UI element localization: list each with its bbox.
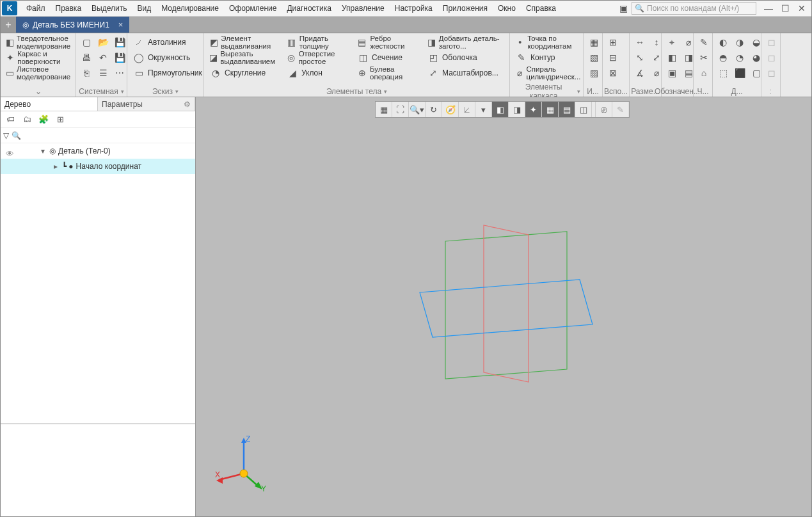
boolean-button[interactable]: ⊕Булева операция — [354, 65, 423, 81]
document-tab-active[interactable]: ◎ Деталь БЕЗ ИМЕНИ1 × — [16, 17, 129, 33]
rib-button[interactable]: ▤Ребро жесткости — [354, 35, 423, 50]
g1-icon2[interactable]: ▧ — [586, 50, 601, 65]
mode-expand-icon[interactable]: ⌄ — [35, 87, 42, 96]
g6-i7[interactable]: ⬚ — [715, 65, 731, 81]
visibility-icon[interactable]: 👁 — [6, 149, 14, 159]
g6-i8[interactable]: ⬛ — [732, 65, 747, 81]
redo-icon[interactable]: 💾 — [112, 50, 127, 65]
open-file-icon[interactable]: 📂 — [95, 35, 111, 50]
autoline-button[interactable]: ⟋Автолиния — [130, 35, 205, 50]
mode-wire[interactable]: ✦Каркас и поверхности — [3, 50, 73, 65]
spiral-button[interactable]: ⌀Спираль цилиндрическ... — [513, 65, 587, 81]
g1-icon3[interactable]: ▨ — [586, 65, 601, 81]
g2-icon1[interactable]: ⊞ — [605, 35, 621, 50]
menu-select[interactable]: Выделить — [86, 2, 132, 15]
menu-file[interactable]: Файл — [21, 2, 51, 15]
menu-apps[interactable]: Приложения — [438, 2, 493, 15]
tree-root[interactable]: ▾ ◎ Деталь (Тел-0) — [1, 143, 195, 159]
save-file-icon[interactable]: 💾 — [112, 35, 127, 50]
properties-icon[interactable]: ☰ — [95, 65, 111, 81]
axis-y-label: Y — [261, 484, 266, 493]
g3-i5[interactable]: ∡ — [632, 65, 648, 81]
menu-edit[interactable]: Правка — [51, 2, 87, 15]
tree-mode2-icon[interactable]: 🗂 — [20, 113, 34, 127]
panel-tabs: Дерево Параметры⚙ — [1, 97, 195, 111]
maximize-button[interactable]: ☐ — [777, 1, 793, 15]
print-icon[interactable]: 🖶 — [79, 50, 94, 65]
scale-button[interactable]: ⤢Масштабиров... — [424, 65, 506, 81]
add-part-button[interactable]: ◨Добавить деталь-загото... — [424, 35, 506, 50]
g5-i2[interactable]: ✂ — [696, 50, 712, 65]
collapse-icon[interactable]: ▾ — [39, 147, 47, 155]
circle-button[interactable]: ◯Окружность — [130, 50, 205, 65]
g1-icon1[interactable]: ▦ — [586, 35, 601, 50]
mode-sheet[interactable]: ▭Листовое моделирование — [3, 65, 73, 81]
minimize-button[interactable]: — — [760, 1, 777, 15]
rectangle-button[interactable]: ▭Прямоугольник — [130, 65, 205, 81]
menu-diagnostics[interactable]: Диагностика — [282, 2, 337, 15]
sys-extra-icon[interactable]: ⋯ — [112, 65, 127, 81]
tree-mode3-icon[interactable]: 🧩 — [36, 113, 51, 127]
mode-solid[interactable]: ◧Твердотельное моделирование — [3, 35, 73, 50]
thicken-button[interactable]: ▥Придать толщину — [283, 35, 353, 50]
g6-i4[interactable]: ◓ — [715, 50, 731, 65]
g4-i1[interactable]: ⌖ — [664, 35, 680, 50]
g5-i1[interactable]: ✎ — [696, 35, 712, 50]
g1-label: И... — [587, 87, 599, 96]
tab-tree[interactable]: Дерево — [1, 97, 98, 111]
layout-icon[interactable]: ▣ — [615, 1, 632, 15]
section-button[interactable]: ◫Сечение — [354, 50, 423, 65]
g6-i5[interactable]: ◔ — [732, 50, 747, 65]
cut-extrude-button[interactable]: ◪Вырезать выдавливанием — [207, 50, 282, 65]
search-icon: 🔍 — [12, 131, 21, 140]
menu-help[interactable]: Справка — [521, 2, 561, 15]
contour-button[interactable]: ✎Контур — [513, 50, 587, 65]
extrude-button[interactable]: ◩Элемент выдавливания — [207, 35, 282, 50]
model-tree[interactable]: ▾ ◎ Деталь (Тел-0) ▸ ┗ ● Начало координа… — [1, 143, 195, 424]
undo-icon[interactable]: ↶ — [95, 50, 111, 65]
point-button[interactable]: •Точка по координатам — [513, 35, 587, 50]
fillet-button[interactable]: ◔Скругление — [207, 65, 282, 81]
tree-child-origin[interactable]: ▸ ┗ ● Начало координат — [1, 159, 195, 174]
sketch-group: ⟋Автолиния ◯Окружность ▭Прямоугольник Эс… — [127, 33, 204, 97]
tab-close-icon[interactable]: × — [118, 20, 123, 29]
rib-icon: ▤ — [356, 36, 367, 49]
g4-i3[interactable]: ◧ — [664, 50, 680, 65]
tree-mode1-icon[interactable]: 🏷 — [3, 113, 17, 127]
filter-icon[interactable]: ▽ — [3, 131, 9, 140]
g3-i3[interactable]: ⤡ — [632, 50, 648, 65]
menu-window[interactable]: Окно — [493, 2, 521, 15]
g4-i5[interactable]: ▣ — [664, 65, 680, 81]
close-button[interactable]: ✕ — [793, 1, 810, 15]
menu-settings[interactable]: Настройка — [390, 2, 438, 15]
g3-i1[interactable]: ↔ — [632, 35, 648, 50]
frame-group: •Точка по координатам ✎Контур ⌀Спираль ц… — [510, 33, 584, 97]
g6-i1[interactable]: ◐ — [715, 35, 731, 50]
g2-icon2[interactable]: ⊟ — [605, 50, 621, 65]
hole-button[interactable]: ◎Отверстие простое — [283, 50, 353, 65]
menu-modeling[interactable]: Моделирование — [156, 2, 224, 15]
menu-manage[interactable]: Управление — [337, 2, 390, 15]
group-small-5: ✎ ✂ ⌂ Ч... — [694, 33, 713, 97]
shell-button[interactable]: ◰Оболочка — [424, 50, 506, 65]
axis-x-label: X — [215, 470, 220, 479]
g6-i2[interactable]: ◑ — [732, 35, 747, 50]
new-file-icon[interactable]: ▢ — [79, 35, 94, 50]
command-search[interactable]: 🔍 Поиск по командам (Alt+/) — [632, 2, 756, 15]
menu-view[interactable]: Вид — [132, 2, 156, 15]
new-tab-button[interactable]: + — [1, 17, 16, 33]
copy-icon[interactable]: ⎘ — [79, 65, 94, 81]
3d-viewport[interactable]: ▦ ⛶ 🔍▾ ↻ 🧭 ⟀ ▾ ◧ ◨ ✦ ▦ ▤ ◫ ⎚ ✎ — [196, 97, 811, 517]
tab-params[interactable]: Параметры⚙ — [98, 97, 195, 111]
menu-format[interactable]: Оформление — [224, 2, 282, 15]
g5-i3[interactable]: ⌂ — [696, 65, 712, 81]
point-icon: • — [515, 36, 525, 49]
gear-icon[interactable]: ⚙ — [184, 100, 191, 109]
tree-search-input[interactable] — [24, 129, 193, 142]
part-icon: ◎ — [49, 147, 56, 155]
expand-icon[interactable]: ▸ — [52, 162, 60, 171]
axis-gizmo[interactable]: Z X Y — [215, 435, 273, 493]
tree-mode4-icon[interactable]: ⊞ — [53, 113, 67, 127]
draft-button[interactable]: ◢Уклон — [283, 65, 353, 81]
g2-icon3[interactable]: ⊠ — [605, 65, 621, 81]
